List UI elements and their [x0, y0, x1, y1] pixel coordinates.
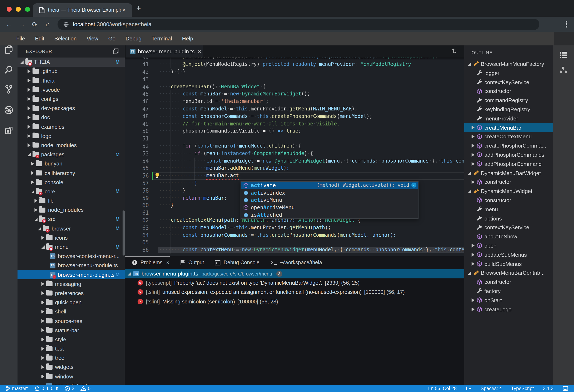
swap-editors-icon[interactable]: ⇅ — [452, 47, 457, 54]
chevron-collapsed-icon[interactable] — [41, 328, 45, 332]
site-info-icon[interactable] — [63, 21, 69, 27]
plugin-icon[interactable] — [0, 123, 18, 137]
browser-menu-icon[interactable]: ⋮ — [566, 23, 567, 25]
forward-icon[interactable]: → — [15, 21, 28, 28]
suggestion-activate[interactable]: activate(method) Widget.activate(): void… — [241, 182, 418, 189]
outline-item-options[interactable]: options — [464, 214, 553, 223]
window-minimize-button[interactable] — [16, 6, 21, 11]
reload-icon[interactable]: ⟳ — [28, 20, 41, 28]
outline-item-contextKeyService[interactable]: contextKeyService — [464, 223, 553, 232]
folder-item-console[interactable]: console — [18, 178, 125, 187]
editor-tab[interactable]: TS browser-menu-plugin.ts × — [126, 45, 202, 57]
menu-terminal[interactable]: Terminal — [146, 35, 177, 42]
panel-tab-problems[interactable]: Problems× — [132, 260, 169, 266]
window-close-button[interactable] — [7, 6, 12, 11]
folder-item-status-bar[interactable]: status-bar — [18, 326, 125, 335]
folder-item-window[interactable]: window — [18, 372, 125, 381]
new-tab-button[interactable]: + — [136, 5, 141, 11]
chevron-collapsed-icon[interactable] — [471, 244, 475, 248]
outline-item-commandRegistry[interactable]: commandRegistry — [464, 96, 553, 105]
suggestion-activeMenu[interactable]: activeMenu — [241, 196, 418, 204]
chevron-expanded-icon[interactable] — [37, 227, 41, 230]
chevron-collapsed-icon[interactable] — [27, 88, 31, 92]
outline-item-logger[interactable]: logger — [464, 69, 553, 78]
chevron-expanded-icon[interactable] — [34, 217, 38, 221]
panel-scrollbar[interactable] — [125, 256, 170, 257]
lightbulb-icon[interactable] — [154, 173, 160, 178]
folder-item-doc[interactable]: doc — [18, 113, 125, 122]
browser-tab[interactable]: theia — Theia Browser Example × — [33, 3, 132, 17]
menu-file[interactable]: File — [11, 35, 30, 42]
status-error-circle-icon[interactable]: 3 — [65, 386, 75, 391]
chevron-collapsed-icon[interactable] — [41, 301, 45, 304]
chevron-collapsed-icon[interactable] — [41, 236, 45, 240]
chevron-expanded-icon[interactable] — [20, 60, 23, 64]
panel-tab-output[interactable]: Output — [180, 260, 204, 266]
outline-item-addPhosphorCommand[interactable]: addPhosphorCommand — [464, 159, 553, 169]
outline-item-BrowserMainMenuFactory[interactable]: BrowserMainMenuFactory — [464, 59, 553, 69]
outline-item-contextKeyService[interactable]: contextKeyService — [464, 78, 553, 87]
home-icon[interactable]: ⌂ — [41, 21, 54, 28]
menu-edit[interactable]: Edit — [30, 35, 49, 42]
chevron-collapsed-icon[interactable] — [471, 153, 475, 157]
tab-close-icon[interactable]: × — [122, 7, 125, 13]
status-notification-icon[interactable] — [563, 386, 570, 391]
chevron-expanded-icon[interactable] — [27, 153, 31, 156]
chevron-expanded-icon[interactable] — [30, 190, 34, 193]
panel-tab--workspace-theia[interactable]: ~/workspace/theia — [270, 260, 322, 266]
git-branch-icon[interactable] — [0, 82, 18, 96]
outline-item-createContextMenu[interactable]: createContextMenu — [464, 132, 553, 141]
problems-file-group-row[interactable]: TS browser-menu-plugin.ts packages/core/… — [125, 269, 464, 278]
chevron-collapsed-icon[interactable] — [41, 291, 45, 295]
folder-item-bunyan[interactable]: bunyan — [18, 159, 125, 168]
folder-item-src[interactable]: ×srcM — [18, 215, 125, 224]
folder-item-icons[interactable]: icons — [18, 233, 125, 242]
chevron-expanded-icon[interactable] — [468, 271, 471, 275]
file-item-browser-context-menu-r...[interactable]: TSbrowser-context-menu-r... — [18, 251, 125, 261]
status-ln-56-col-28[interactable]: Ln 56, Col 28 — [428, 386, 457, 391]
chevron-expanded-icon[interactable] — [127, 272, 131, 275]
folder-item-browser[interactable]: ×browserM — [18, 224, 125, 233]
chevron-expanded-icon[interactable] — [468, 171, 471, 175]
chevron-collapsed-icon[interactable] — [30, 180, 34, 184]
chevron-collapsed-icon[interactable] — [41, 347, 45, 351]
search-icon[interactable] — [0, 62, 18, 77]
chevron-collapsed-icon[interactable] — [27, 116, 31, 119]
chevron-expanded-icon[interactable] — [41, 245, 45, 249]
folder-item-core[interactable]: ×coreM — [18, 187, 125, 196]
editor-horizontal-scrollbar[interactable] — [158, 247, 464, 253]
chevron-collapsed-icon[interactable] — [30, 171, 34, 175]
outline-item-menuProvider[interactable]: menuProvider — [464, 114, 553, 123]
outline-item-createMenuBar[interactable]: createMenuBar — [464, 123, 553, 132]
folder-item-lib[interactable]: lib — [18, 196, 125, 205]
collapse-panels-icon[interactable] — [113, 48, 119, 54]
outline-item-DynamicMenuBarWidget[interactable]: DynamicMenuBarWidget — [464, 168, 553, 178]
status-3-1-3[interactable]: 3.1.3 — [543, 386, 554, 391]
outline-item-open[interactable]: open — [464, 241, 553, 250]
chevron-collapsed-icon[interactable] — [471, 135, 475, 139]
folder-item-.github[interactable]: .github — [18, 67, 125, 76]
status-git-branch-icon[interactable]: master* — [6, 386, 29, 391]
outline-item-constructor[interactable]: constructor — [464, 277, 553, 287]
hierarchy-icon[interactable] — [553, 63, 574, 77]
window-zoom-button[interactable] — [25, 6, 30, 11]
chevron-collapsed-icon[interactable] — [471, 253, 475, 257]
menu-go[interactable]: Go — [103, 35, 121, 42]
outline-item-factory[interactable]: factory — [464, 287, 553, 296]
chevron-collapsed-icon[interactable] — [34, 199, 38, 203]
chevron-collapsed-icon[interactable] — [27, 125, 31, 129]
folder-item-dev-packages[interactable]: dev-packages — [18, 103, 125, 113]
chevron-collapsed-icon[interactable] — [471, 180, 475, 184]
outline-list-icon[interactable] — [553, 47, 574, 62]
chevron-collapsed-icon[interactable] — [41, 282, 45, 286]
suggestion-openActiveMenu[interactable]: openActiveMenu — [241, 204, 418, 211]
outline-item-addPhosphorCommands[interactable]: addPhosphorCommands — [464, 150, 553, 159]
file-item-about-dialog.ts[interactable]: TSabout-dialog.ts — [18, 381, 125, 385]
folder-item-nodemodules[interactable]: node_modules — [18, 205, 125, 214]
file-item-browser-menu-module.ts[interactable]: TSbrowser-menu-module.ts — [18, 261, 125, 270]
chevron-collapsed-icon[interactable] — [41, 365, 45, 369]
folder-item-source-tree[interactable]: source-tree — [18, 316, 125, 326]
chevron-expanded-icon[interactable] — [468, 189, 471, 193]
outline-item-keybindingRegistry[interactable]: keybindingRegistry — [464, 105, 553, 114]
folder-item-preferences[interactable]: preferences — [18, 289, 125, 298]
